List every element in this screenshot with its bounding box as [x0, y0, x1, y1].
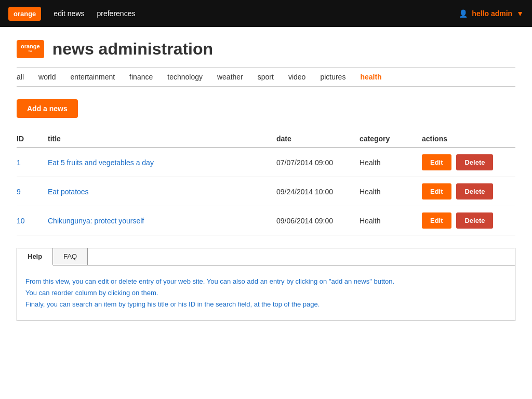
- row-id: 1: [17, 148, 48, 177]
- page-content: orange ™ news administration allworldent…: [0, 27, 532, 334]
- category-tab-sport[interactable]: sport: [258, 73, 274, 81]
- row-actions: Edit Delete: [422, 148, 515, 177]
- page-logo-tm: ™: [28, 50, 32, 55]
- row-id-link[interactable]: 1: [17, 158, 21, 167]
- add-news-button[interactable]: Add a news: [17, 99, 78, 118]
- edit-button[interactable]: Edit: [422, 212, 451, 229]
- col-title: title: [48, 130, 276, 148]
- category-tab-pictures[interactable]: pictures: [320, 73, 345, 81]
- row-title: Chikungunya: protect yourself: [48, 206, 276, 235]
- help-tabs: HelpFAQ: [17, 248, 515, 265]
- nav-preferences[interactable]: preferences: [97, 9, 136, 18]
- nav-edit-news[interactable]: edit news: [54, 9, 84, 18]
- edit-button[interactable]: Edit: [422, 154, 451, 170]
- help-tab-help[interactable]: Help: [17, 248, 53, 265]
- category-tab-world[interactable]: world: [38, 73, 56, 81]
- help-tab-faq[interactable]: FAQ: [53, 248, 88, 265]
- row-id-link[interactable]: 9: [17, 188, 21, 196]
- row-title: Eat 5 fruits and vegetables a day: [48, 148, 276, 177]
- user-greeting[interactable]: hello admin: [472, 9, 512, 18]
- chevron-down-icon[interactable]: ▼: [516, 9, 524, 18]
- row-date: 07/07/2014 09:00: [276, 148, 360, 177]
- row-actions: Edit Delete: [422, 177, 515, 206]
- table-header: ID title date category actions: [17, 130, 515, 148]
- delete-button[interactable]: Delete: [456, 212, 493, 229]
- page-logo: orange ™: [17, 40, 44, 58]
- col-actions: actions: [422, 130, 515, 148]
- row-actions: Edit Delete: [422, 206, 515, 235]
- nav-logo[interactable]: orange: [8, 7, 41, 21]
- category-tabs: allworldentertainmentfinancetechnologywe…: [17, 67, 515, 87]
- page-logo-text: orange: [21, 43, 40, 50]
- category-tab-weather[interactable]: weather: [217, 73, 243, 81]
- row-id: 9: [17, 177, 48, 206]
- category-tab-finance[interactable]: finance: [129, 73, 153, 81]
- delete-button[interactable]: Delete: [456, 183, 493, 200]
- row-title-link[interactable]: Eat potatoes: [48, 188, 89, 196]
- category-tab-video[interactable]: video: [288, 73, 305, 81]
- page-title: news administration: [52, 39, 213, 59]
- nav-links: edit news preferences: [54, 9, 459, 18]
- row-id-link[interactable]: 10: [17, 217, 25, 225]
- category-tab-technology[interactable]: technology: [167, 73, 203, 81]
- row-title-link[interactable]: Chikungunya: protect yourself: [48, 217, 144, 225]
- help-section: HelpFAQ From this view, you can edit or …: [17, 248, 515, 321]
- delete-button[interactable]: Delete: [456, 154, 493, 170]
- top-navigation: orange edit news preferences 👤 hello adm…: [0, 0, 532, 27]
- col-category: category: [360, 130, 422, 148]
- user-icon: 👤: [459, 9, 468, 18]
- table-body: 1 Eat 5 fruits and vegetables a day 07/0…: [17, 148, 515, 235]
- help-content: From this view, you can edit or delete e…: [17, 265, 515, 321]
- col-date: date: [276, 130, 360, 148]
- news-table: ID title date category actions 1 Eat 5 f…: [17, 130, 515, 235]
- col-id: ID: [17, 130, 48, 148]
- nav-user-section: 👤 hello admin ▼: [459, 9, 524, 18]
- row-title-link[interactable]: Eat 5 fruits and vegetables a day: [48, 158, 154, 167]
- edit-button[interactable]: Edit: [422, 183, 451, 200]
- table-row: 10 Chikungunya: protect yourself 09/06/2…: [17, 206, 515, 235]
- category-tab-entertainment[interactable]: entertainment: [70, 73, 115, 81]
- row-date: 09/06/2014 09:00: [276, 206, 360, 235]
- row-id: 10: [17, 206, 48, 235]
- row-category: Health: [360, 206, 422, 235]
- row-date: 09/24/2014 10:00: [276, 177, 360, 206]
- row-title: Eat potatoes: [48, 177, 276, 206]
- row-category: Health: [360, 177, 422, 206]
- category-tab-health[interactable]: health: [360, 73, 381, 81]
- row-category: Health: [360, 148, 422, 177]
- category-tab-all[interactable]: all: [17, 73, 24, 81]
- page-header: orange ™ news administration: [17, 39, 515, 59]
- table-row: 1 Eat 5 fruits and vegetables a day 07/0…: [17, 148, 515, 177]
- table-row: 9 Eat potatoes 09/24/2014 10:00 Health E…: [17, 177, 515, 206]
